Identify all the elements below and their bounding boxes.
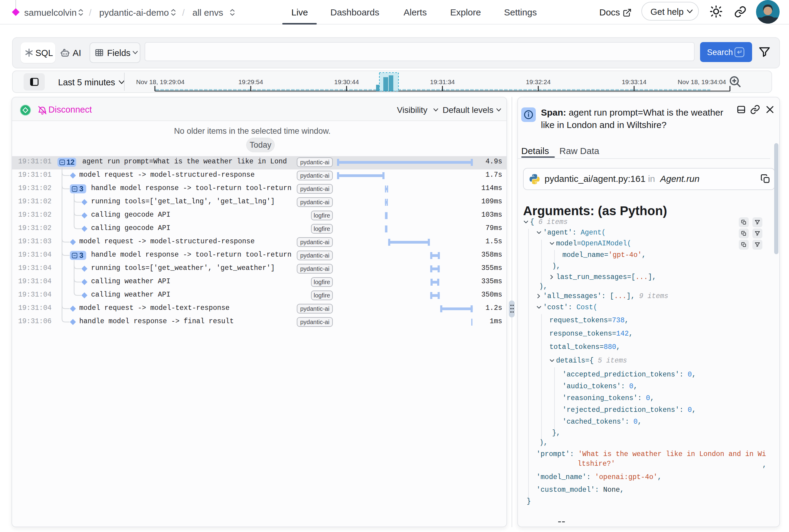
svg-text:19:31:34: 19:31:34 — [430, 78, 455, 86]
svg-text:19:30:44: 19:30:44 — [334, 78, 359, 86]
svg-text:Nov 18, 19:34:04: Nov 18, 19:34:04 — [678, 78, 726, 86]
svg-text:19:32:24: 19:32:24 — [526, 78, 551, 86]
svg-text:19:29:54: 19:29:54 — [238, 78, 263, 86]
svg-text:19:33:14: 19:33:14 — [622, 78, 647, 86]
svg-text:Nov 18, 19:29:04: Nov 18, 19:29:04 — [136, 78, 185, 86]
